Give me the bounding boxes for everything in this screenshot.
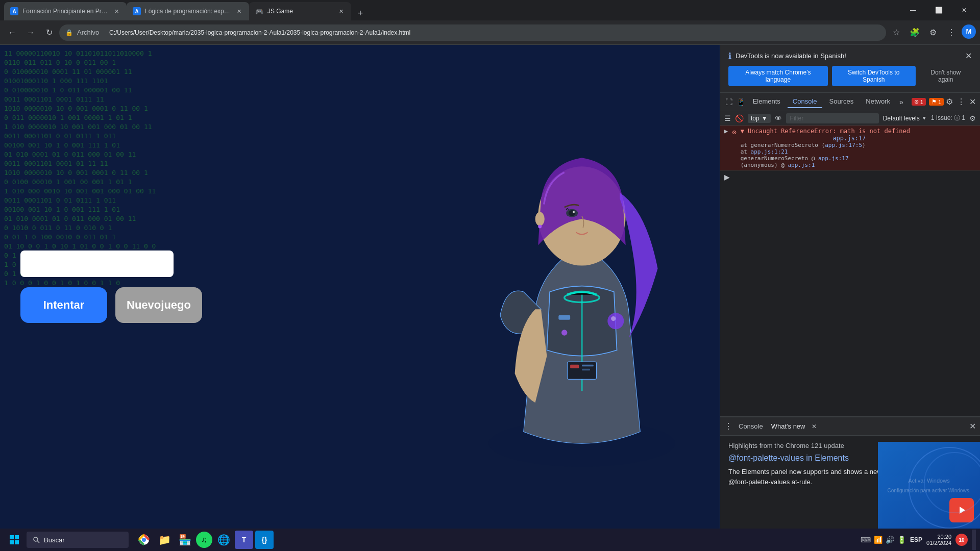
tab1-close[interactable]: ✕ [112, 7, 120, 15]
new-game-line1: Nuevo [127, 298, 161, 312]
address-bar[interactable]: 🔒 Archivo C:/Users/User/Desktop/maria/20… [59, 24, 886, 41]
tab-2[interactable]: A Lógica de programación: explo... ✕ [127, 2, 249, 20]
console-settings-button[interactable]: ⚙ [969, 114, 976, 122]
error-message: ▼ Uncaught ReferenceError: math is not d… [741, 128, 910, 135]
console-clear-button[interactable]: 🚫 [735, 114, 744, 122]
try-button[interactable]: Intentar [20, 287, 107, 323]
keyboard-icon: ⌨ [861, 536, 871, 544]
console-eye-button[interactable]: 👁 [775, 114, 782, 122]
error-badge: ⊗ 1 [912, 98, 926, 106]
tab1-title: Formación Principiante en Prog... [22, 8, 108, 15]
window-controls: — ⬜ ✕ [901, 2, 976, 20]
devtools-menu-button[interactable]: ⋮ [957, 97, 965, 107]
bottom-tab-close[interactable]: ✕ [812, 423, 817, 430]
clock-time: 20:20 [937, 534, 951, 540]
bottom-content: Highlights from the Chrome 121 update @f… [720, 436, 980, 529]
language-badge: ESP [910, 536, 922, 543]
new-tab-button[interactable]: + [353, 6, 368, 20]
stack2-link[interactable]: app.js:1:21 [751, 148, 788, 155]
taskbar-apps: 📁 🏪 ♫ 🌐 T {} [135, 531, 274, 549]
bottom-menu-icon[interactable]: ⋮ [724, 421, 732, 431]
minimize-button[interactable]: — [901, 2, 925, 18]
error-main-line: ▼ Uncaught ReferenceError: math is not d… [741, 128, 976, 142]
stack1-link[interactable]: app.js:17:5 [825, 142, 862, 148]
volume-icon: 🔊 [886, 536, 894, 544]
notification-badge[interactable]: 10 [955, 534, 968, 546]
devtools-toggle-button[interactable]: ⚙ [925, 24, 941, 41]
svg-rect-18 [15, 535, 19, 539]
taskbar-store[interactable]: 🏪 [176, 531, 194, 549]
taskbar-search-box[interactable]: Buscar [27, 532, 129, 548]
expand-row[interactable]: ▶ [720, 171, 980, 183]
sources-tab[interactable]: Sources [824, 95, 859, 108]
taskbar-folder[interactable]: 📁 [155, 531, 174, 549]
extension-button[interactable]: 🧩 [906, 24, 923, 41]
taskbar-teams[interactable]: T [235, 531, 253, 549]
taskbar-edge[interactable]: 🌐 [214, 531, 233, 549]
match-language-button[interactable]: Always match Chrome's language [728, 66, 828, 86]
console-toolbar: ☰ 🚫 top ▼ 👁 Filter Default levels ▼ 1 Is… [720, 111, 980, 126]
bookmark-button[interactable]: ☆ [888, 24, 904, 41]
inspect-button[interactable]: ⛶ [724, 96, 734, 108]
tab-1[interactable]: A Formación Principiante en Prog... ✕ [4, 2, 127, 20]
log-levels-selector[interactable]: Default levels ▼ [883, 115, 927, 122]
console-sidebar-button[interactable]: ☰ [724, 114, 731, 122]
filter-input[interactable]: Filter [786, 113, 879, 123]
bottom-close-button[interactable]: ✕ [969, 421, 976, 431]
banner-row: ℹ DevTools is now available in Spanish! … [728, 51, 972, 61]
taskbar-spotify[interactable]: ♫ [196, 532, 212, 548]
banner-close-button[interactable]: ✕ [965, 51, 972, 61]
devtools-panel: ℹ DevTools is now available in Spanish! … [720, 45, 980, 529]
tab1-favicon: A [10, 7, 18, 15]
new-game-button[interactable]: Nuevo juego [115, 287, 202, 323]
profile-button[interactable]: M [962, 24, 976, 39]
entry-expand-button[interactable]: ▶ [724, 128, 728, 135]
bottom-whatsnew-tab[interactable]: What's new [769, 420, 807, 432]
game-area: 11 00000110010 10 01101011011010000 1 01… [0, 45, 720, 529]
svg-line-22 [37, 541, 39, 543]
tab-3[interactable]: 🎮 JS Game ✕ [249, 2, 351, 20]
warn-icon: ⚑ [932, 98, 937, 105]
error-link-main[interactable]: app.js:17 [832, 135, 866, 142]
switch-to-spanish-button[interactable]: Switch DevTools to Spanish [832, 66, 916, 86]
stack-line-4: (anonymous) @ app.js:1 [741, 162, 976, 168]
device-toggle-button[interactable]: 📱 [736, 96, 746, 108]
tab2-close[interactable]: ✕ [235, 7, 243, 15]
warn-count: 1 [938, 99, 941, 105]
devtools-bottom-panel: ⋮ Console What's new ✕ ✕ Highlights from… [720, 416, 980, 529]
console-tab[interactable]: Console [788, 95, 822, 108]
console-content: ▶ ⊗ ▼ Uncaught ReferenceError: math is n… [720, 126, 980, 416]
bottom-console-tab[interactable]: Console [737, 420, 765, 432]
more-tabs-button[interactable]: » [897, 96, 905, 108]
stack-line-1: at generarNumeroSecreto (app.js:17:5) [741, 142, 976, 148]
start-button[interactable] [4, 530, 24, 550]
error-entry-icon: ⊗ [732, 128, 736, 136]
maximize-button[interactable]: ⬜ [927, 2, 950, 18]
func-name: generarNumeroSecreto @ [741, 155, 818, 162]
taskbar-vscode[interactable]: {} [255, 531, 274, 549]
devtools-toolbar: ⛶ 📱 Elements Console Sources Network » ⊗… [720, 93, 980, 111]
func-link[interactable]: app.js:17 [818, 155, 849, 162]
console-error-entry: ▶ ⊗ ▼ Uncaught ReferenceError: math is n… [720, 126, 980, 171]
game-ui: Intentar Nuevo juego [0, 45, 720, 529]
devtools-close-button[interactable]: ✕ [969, 97, 976, 107]
dont-show-again-button[interactable]: Don't show again [920, 66, 972, 86]
tab-bar: A Formación Principiante en Prog... ✕ A … [0, 0, 980, 20]
network-tab[interactable]: Network [861, 95, 895, 108]
forward-button[interactable]: → [22, 24, 39, 41]
elements-tab[interactable]: Elements [748, 95, 786, 108]
taskbar-chrome[interactable] [135, 531, 153, 549]
console-context-selector[interactable]: top ▼ [748, 114, 771, 123]
close-button[interactable]: ✕ [952, 2, 976, 18]
tab3-close[interactable]: ✕ [337, 7, 345, 15]
reload-button[interactable]: ↻ [41, 24, 57, 41]
expand-icon[interactable]: ▶ [724, 173, 730, 181]
more-options-button[interactable]: ⋮ [943, 24, 960, 41]
anon-link[interactable]: app.js:1 [788, 162, 815, 168]
back-button[interactable]: ← [4, 24, 20, 41]
game-input[interactable] [20, 251, 174, 277]
context-label: top [751, 115, 760, 122]
issue-counter[interactable]: 1 Issue: ⓘ 1 [931, 114, 965, 122]
svg-point-24 [142, 538, 146, 542]
settings-button[interactable]: ⚙ [946, 97, 953, 107]
